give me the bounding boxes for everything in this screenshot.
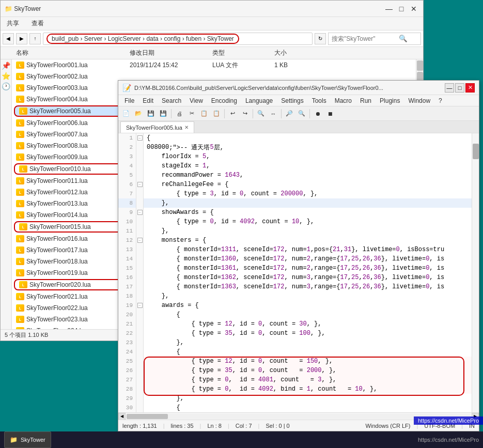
back-button[interactable]: ◀: [3, 33, 14, 44]
macro-stop-button[interactable]: ⏹: [324, 108, 336, 119]
file-date: 2019/11/24 15:42: [130, 61, 212, 69]
code-line: stageIdx = 1,: [144, 161, 472, 171]
editor-app-icon: 📝: [122, 84, 131, 92]
file-name: SkyTowerFloor017.lua: [26, 246, 130, 254]
star-icon[interactable]: ⭐: [2, 72, 10, 80]
fold-button[interactable]: −: [137, 182, 143, 187]
editor-tab-file[interactable]: SkyTowerFloor005.lua ✕: [120, 121, 194, 133]
taskbar-item[interactable]: 📁 SkyTower: [4, 431, 51, 448]
menu-item-search[interactable]: Search: [158, 96, 185, 105]
fold-cell: [136, 384, 143, 394]
file-name: SkyTowerFloor010.lua: [29, 165, 133, 173]
col-name-header: 名称: [16, 49, 130, 57]
menu-item-edit[interactable]: Edit: [138, 96, 158, 105]
new-button[interactable]: 📄: [120, 108, 132, 119]
maximize-button[interactable]: □: [396, 4, 407, 14]
ribbon-tab-view[interactable]: 查看: [29, 18, 46, 29]
list-item[interactable]: L SkyTowerFloor001.lua 2019/11/24 15:42 …: [12, 59, 416, 71]
column-header: 名称 修改日期 类型 大小: [1, 47, 423, 59]
copy-button[interactable]: 📋: [198, 108, 210, 119]
editor-minimize-button[interactable]: —: [445, 83, 454, 92]
file-name: SkyTowerFloor002.lua: [26, 73, 130, 80]
file-type: LUA 文件: [212, 61, 274, 70]
menu-item-encoding[interactable]: Encoding: [207, 96, 241, 105]
code-line: { type = 0, id = 4092, count = 10, },: [144, 217, 472, 226]
menu-item-language[interactable]: Language: [241, 96, 277, 105]
fold-cell: [136, 375, 143, 384]
line-number: 11: [118, 226, 136, 236]
length-status: length : 1,131: [122, 423, 157, 429]
file-icon: L: [19, 165, 27, 173]
fold-button[interactable]: −: [137, 210, 143, 215]
refresh-button[interactable]: ↻: [315, 33, 326, 44]
print-button[interactable]: 🖨: [174, 108, 185, 119]
close-button[interactable]: ✕: [409, 4, 419, 14]
up-button[interactable]: ↑: [29, 33, 41, 44]
line-number: 18: [118, 291, 136, 301]
fold-cell: [136, 403, 143, 412]
macro-record-button[interactable]: ⏺: [312, 108, 323, 119]
history-icon[interactable]: 🕐: [2, 82, 10, 90]
open-button[interactable]: 📂: [133, 108, 144, 119]
tab-close-icon[interactable]: ✕: [184, 125, 189, 130]
fold-cell[interactable]: −: [136, 301, 143, 310]
undo-button[interactable]: ↩: [227, 108, 238, 119]
menu-item-?[interactable]: ?: [434, 96, 446, 105]
toolbar-separator-4: [281, 109, 282, 118]
code-line: },: [144, 394, 472, 403]
editor-close-button[interactable]: ✕: [465, 83, 475, 92]
forward-button[interactable]: ▶: [16, 33, 27, 44]
line-number: 29: [118, 394, 136, 403]
search-input[interactable]: [332, 35, 399, 42]
save-all-button[interactable]: 💾: [158, 108, 169, 119]
fold-cell[interactable]: −: [136, 133, 143, 143]
fold-button[interactable]: −: [137, 135, 143, 141]
scroll-thumb-horizontal[interactable]: [127, 414, 168, 419]
zoom-out-button[interactable]: 🔍: [296, 108, 307, 119]
menu-item-plugins[interactable]: Plugins: [376, 96, 404, 105]
menu-item-macro[interactable]: Macro: [331, 96, 356, 105]
fold-button[interactable]: −: [137, 303, 143, 308]
find-button[interactable]: 🔍: [255, 108, 267, 119]
file-icon: L: [16, 153, 24, 161]
paste-button[interactable]: 📋: [211, 108, 222, 119]
col-status: Col : 7: [236, 423, 252, 429]
file-icon: L: [16, 235, 24, 242]
breadcrumb[interactable]: build_pub › Server › LogicServer › data …: [43, 33, 313, 45]
file-name: SkyTowerFloor001.lua: [26, 61, 130, 69]
file-icon: L: [16, 142, 24, 149]
code-line: },: [144, 226, 472, 236]
save-button[interactable]: 💾: [145, 108, 157, 119]
scroll-left-button[interactable]: ◀: [118, 413, 126, 420]
code-line: { type = 0, id = 4092, bind = 1, count =…: [144, 384, 472, 394]
editor-scrollbar-vertical[interactable]: [472, 133, 479, 412]
zoom-in-button[interactable]: 🔎: [284, 108, 295, 119]
menu-item-settings[interactable]: Settings: [277, 96, 307, 105]
col-type-header: 类型: [212, 49, 274, 57]
redo-button[interactable]: ↪: [239, 108, 251, 119]
cut-button[interactable]: ✂: [186, 108, 197, 119]
code-line: },: [144, 291, 472, 301]
editor-tabs: SkyTowerFloor005.lua ✕: [118, 121, 479, 133]
search-icon[interactable]: 🔍: [399, 35, 408, 42]
ribbon-tab-share[interactable]: 共享: [5, 18, 21, 29]
menu-item-run[interactable]: Run: [356, 96, 376, 105]
menu-item-view[interactable]: View: [185, 96, 207, 105]
fold-cell[interactable]: −: [136, 236, 143, 245]
editor-maximize-button[interactable]: □: [455, 83, 464, 92]
pin-icon[interactable]: 📌: [2, 61, 10, 70]
menu-item-file[interactable]: File: [120, 96, 138, 105]
menu-item-tools[interactable]: Tools: [308, 96, 331, 105]
replace-button[interactable]: ↔: [268, 108, 279, 119]
taskbar: 📁 SkyTower https://csdn.net/MicePro: [0, 431, 483, 448]
file-name: SkyTowerFloor022.lua: [26, 304, 130, 312]
fold-cell[interactable]: −: [136, 180, 143, 189]
minimize-button[interactable]: —: [384, 4, 394, 14]
line-number: 14: [118, 254, 136, 264]
menu-item-window[interactable]: Window: [404, 96, 434, 105]
editor-titlebar: 📝 D:\YM-BL20166.Com\build_pub\Server\Log…: [118, 81, 479, 95]
fold-button[interactable]: −: [137, 238, 143, 243]
code-area[interactable]: { 008000;">-- 通天塔5层, floorIdx = 5, stage…: [144, 133, 472, 412]
fold-cell[interactable]: −: [136, 208, 143, 217]
line-number: 23: [118, 338, 136, 347]
